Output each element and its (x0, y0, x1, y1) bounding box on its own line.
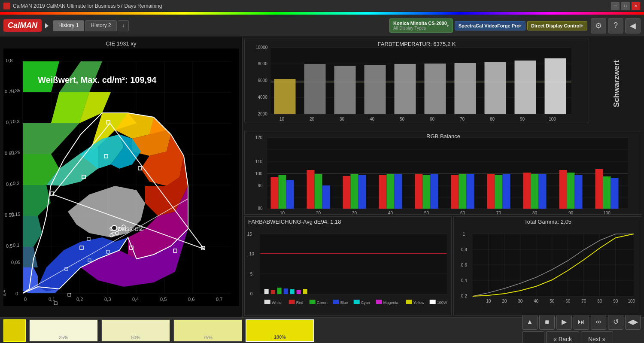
svg-text:0,6: 0,6 (461, 263, 467, 267)
settings-button[interactable]: ⚙ (591, 18, 606, 33)
svg-text:20: 20 (502, 299, 507, 304)
svg-text:60: 60 (460, 211, 465, 215)
bottom-strip: 25% 50% 75% 100% ▲ ■ ▶ ⏭ ∞ ↺ ◀▶ (0, 317, 644, 343)
next-button[interactable]: Next » (581, 331, 613, 343)
farbtemperatur-panel: FARBTEMPERATUR: 6375,2 K 10000 (244, 39, 589, 122)
sidebar-toggle-button[interactable]: ◀ (625, 18, 641, 33)
play-button[interactable]: ▶ (556, 314, 572, 330)
add-history-button[interactable]: + (118, 20, 129, 31)
logo-arrow-icon (45, 23, 49, 28)
calman-logo: CalMAN (3, 19, 42, 32)
svg-text:Weißwert, Max. cd/m²: 109,94: Weißwert, Max. cd/m²: 109,94 (38, 75, 157, 85)
svg-text:30: 30 (352, 211, 357, 215)
svg-rect-158 (531, 174, 539, 209)
skip-button[interactable]: ⏭ (574, 314, 589, 330)
svg-text:5: 5 (250, 272, 253, 276)
svg-rect-148 (415, 174, 423, 209)
svg-rect-156 (503, 174, 510, 209)
color-square-button[interactable] (522, 331, 544, 343)
svg-text:50: 50 (400, 117, 405, 121)
svg-text:1: 1 (463, 232, 465, 237)
svg-text:60: 60 (430, 117, 435, 121)
svg-rect-145 (379, 175, 387, 209)
device-selector-3[interactable]: Direct Display Control (527, 21, 587, 30)
svg-text:30: 30 (518, 299, 523, 304)
svg-text:0,55: 0,55 (5, 212, 14, 218)
swatch-50-label: 50% (131, 335, 140, 340)
svg-text:WEISS: D65: WEISS: D65 (117, 227, 144, 232)
svg-rect-108 (485, 62, 506, 114)
help-button[interactable]: ? (608, 18, 623, 33)
gamma-title: Total Gamma: 2,05 (454, 218, 642, 226)
svg-rect-161 (567, 173, 575, 209)
device-3-value: Direct Display Control (531, 23, 581, 28)
window-controls[interactable]: ─ □ ✕ (611, 2, 641, 10)
rgb-balance-chart: 120 110 100 90 80 (245, 131, 642, 215)
schwarzwert-panel: Schwarzwert (591, 39, 642, 129)
close-button[interactable]: ✕ (631, 2, 641, 10)
svg-text:10: 10 (486, 299, 492, 304)
history-tab-1[interactable]: History 1 (53, 20, 84, 31)
svg-text:Red: Red (296, 301, 304, 305)
svg-text:10: 10 (280, 211, 285, 215)
svg-text:100: 100 (549, 117, 556, 121)
device-selector-2[interactable]: SpectraCal VideoForge Pro (455, 21, 526, 30)
svg-rect-150 (431, 174, 438, 209)
history-tab-2[interactable]: History 2 (85, 20, 116, 31)
svg-text:0,7: 0,7 (6, 120, 12, 125)
scroll-up-button[interactable]: ▲ (522, 314, 538, 330)
rgb-balance-title: RGB Balance (245, 132, 642, 140)
swatch-50[interactable]: 50% (101, 319, 170, 342)
refresh-button[interactable]: ↺ (608, 314, 623, 330)
infinity-button[interactable]: ∞ (591, 314, 606, 330)
svg-rect-102 (304, 64, 326, 114)
rgb-balance-panel: RGB Balance 120 110 100 90 80 (244, 131, 642, 215)
svg-rect-163 (595, 169, 603, 209)
swatch-indicator[interactable] (3, 319, 26, 342)
svg-rect-139 (307, 170, 315, 209)
svg-rect-147 (395, 174, 402, 209)
app-icon (3, 3, 10, 9)
swatch-25[interactable]: 25% (29, 319, 98, 342)
svg-text:15: 15 (247, 232, 252, 237)
swatch-75[interactable]: 75% (173, 319, 242, 342)
svg-rect-198 (310, 300, 316, 304)
swatch-100[interactable]: 100% (246, 319, 314, 342)
back-button[interactable]: « Back (546, 331, 579, 343)
svg-rect-153 (467, 174, 474, 209)
maximize-button[interactable]: □ (621, 2, 630, 10)
svg-text:0,5: 0,5 (6, 243, 12, 249)
device-selector-1[interactable]: Konica Minolta CS-2000 All Display Types (389, 18, 453, 33)
svg-text:0,75: 0,75 (5, 89, 14, 94)
stop-button[interactable]: ■ (539, 314, 555, 330)
svg-rect-193 (303, 289, 307, 294)
svg-rect-141 (322, 185, 330, 209)
expand-button[interactable]: ◀▶ (625, 314, 641, 330)
minimize-button[interactable]: ─ (611, 2, 620, 10)
svg-rect-188 (271, 290, 275, 294)
cie-panel: CIE 1931 xy (0, 37, 243, 317)
svg-text:0,8: 0,8 (6, 58, 12, 63)
svg-rect-152 (459, 174, 467, 209)
svg-rect-136 (271, 177, 279, 209)
svg-rect-160 (559, 170, 567, 209)
svg-text:70: 70 (582, 299, 587, 304)
svg-text:2000: 2000 (258, 112, 268, 116)
svg-text:0,8: 0,8 (461, 247, 467, 252)
gamma-chart: 1 0,8 0,6 0,4 0,2 10 20 30 40 (454, 232, 642, 313)
svg-text:0: 0 (15, 291, 18, 296)
svg-text:60: 60 (566, 299, 571, 304)
svg-text:0,65: 0,65 (5, 151, 14, 156)
svg-text:50: 50 (550, 299, 555, 304)
svg-rect-194 (264, 300, 270, 304)
main-content: CIE 1931 xy (0, 37, 644, 317)
svg-text:6000: 6000 (258, 78, 268, 83)
svg-rect-190 (284, 288, 288, 294)
svg-rect-101 (274, 79, 296, 114)
svg-text:100: 100 (603, 211, 611, 215)
device-selectors: Konica Minolta CS-2000 All Display Types… (389, 18, 587, 33)
svg-text:Green: Green (317, 301, 328, 305)
cie-diagram: WEISS: D65 0 0,1 0,2 0,3 0,4 0,5 0,6 0,7… (3, 49, 239, 306)
svg-text:0,1: 0,1 (13, 243, 19, 248)
svg-rect-208 (430, 300, 436, 304)
